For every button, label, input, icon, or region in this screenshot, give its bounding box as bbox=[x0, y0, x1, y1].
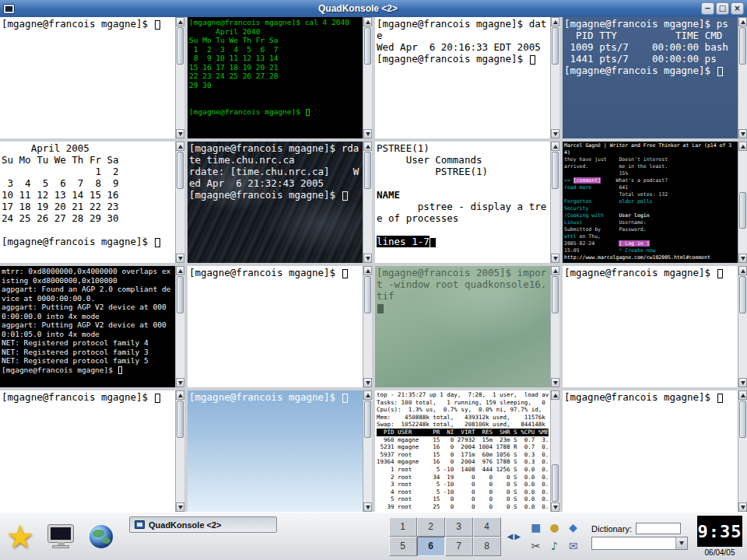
minimize-button[interactable]: − bbox=[701, 2, 714, 15]
scroll-thumb[interactable] bbox=[552, 464, 559, 502]
scroll-up-button[interactable] bbox=[551, 390, 559, 400]
pane-scrollbar[interactable] bbox=[363, 266, 372, 387]
scroll-thumb[interactable] bbox=[364, 276, 371, 313]
scroll-track[interactable] bbox=[176, 151, 184, 254]
terminal-5-screen[interactable]: April 2005Su Mo Tu We Th Fr Sa 1 2 3 4 5… bbox=[0, 142, 175, 263]
scroll-thumb[interactable] bbox=[364, 152, 371, 189]
scroll-down-button[interactable] bbox=[738, 129, 747, 138]
scroll-down-button[interactable] bbox=[176, 129, 184, 138]
scroll-down-button[interactable] bbox=[176, 254, 184, 263]
scroll-thumb[interactable] bbox=[177, 27, 184, 65]
scroll-thumb[interactable] bbox=[177, 276, 184, 313]
scroll-up-button[interactable] bbox=[176, 142, 184, 151]
terminal-9-screen[interactable]: mtrr: 0xd8000000,0x4000000 overlaps exis… bbox=[0, 266, 175, 387]
scroll-up-button[interactable] bbox=[551, 142, 559, 151]
scroll-track[interactable] bbox=[551, 400, 559, 502]
scroll-down-button[interactable] bbox=[363, 502, 372, 512]
scroll-down-button[interactable] bbox=[551, 129, 559, 138]
scroll-up-button[interactable] bbox=[738, 390, 747, 400]
scroll-down-button[interactable] bbox=[363, 129, 372, 138]
scroll-up-button[interactable] bbox=[363, 390, 372, 400]
scroll-track[interactable] bbox=[363, 275, 372, 378]
scroll-down-button[interactable] bbox=[551, 254, 559, 263]
scroll-up-button[interactable] bbox=[738, 142, 747, 151]
maximize-button[interactable]: □ bbox=[716, 2, 729, 15]
pager-desktop-2[interactable]: 2 bbox=[417, 517, 445, 537]
pager-desktop-3[interactable]: 3 bbox=[445, 517, 473, 537]
scroll-thumb[interactable] bbox=[364, 27, 371, 65]
scroll-track[interactable] bbox=[738, 275, 747, 378]
scroll-track[interactable] bbox=[551, 26, 559, 129]
terminal-8-screen[interactable]: Marcel Gagné | Writer and Free Thinker a… bbox=[563, 142, 738, 263]
scroll-thumb[interactable] bbox=[739, 192, 746, 229]
terminal-13-screen[interactable]: [mgagne@francois mgagne]$ bbox=[0, 390, 175, 512]
pane-scrollbar[interactable] bbox=[550, 142, 559, 263]
scroll-thumb[interactable] bbox=[739, 27, 746, 65]
pane-scrollbar[interactable] bbox=[363, 17, 372, 138]
pane-scrollbar[interactable] bbox=[550, 17, 559, 138]
pane-scrollbar[interactable] bbox=[550, 390, 559, 512]
scroll-thumb[interactable] bbox=[739, 276, 746, 313]
scroll-track[interactable] bbox=[176, 400, 184, 502]
kmenu-button[interactable]: ★ bbox=[3, 516, 37, 557]
terminal-16-screen[interactable]: [mgagne@francois mgagne]$ bbox=[563, 390, 738, 512]
scroll-track[interactable] bbox=[738, 26, 747, 129]
scroll-thumb[interactable] bbox=[364, 401, 371, 438]
terminal-14-screen[interactable]: [mgagne@francois mgagne]$ bbox=[188, 390, 363, 512]
scroll-down-button[interactable] bbox=[551, 378, 559, 387]
dictionary-dropdown[interactable] bbox=[591, 537, 688, 550]
pane-scrollbar[interactable] bbox=[738, 266, 747, 387]
scroll-thumb[interactable] bbox=[552, 152, 559, 189]
scroll-down-button[interactable] bbox=[363, 378, 372, 387]
scroll-track[interactable] bbox=[176, 275, 184, 378]
scroll-down-button[interactable] bbox=[176, 502, 184, 512]
pane-scrollbar[interactable] bbox=[175, 266, 184, 387]
scroll-down-button[interactable] bbox=[738, 254, 747, 263]
terminal-10-screen[interactable]: [mgagne@francois mgagne]$ bbox=[188, 266, 363, 387]
scroll-track[interactable] bbox=[738, 151, 747, 254]
tray-organizer-icon[interactable]: ● bbox=[545, 518, 563, 536]
terminal-6-screen[interactable]: [mgagne@francois mgagne]$ rdate time.chu… bbox=[188, 142, 363, 263]
pager-desktop-5[interactable]: 5 bbox=[389, 537, 417, 556]
scroll-thumb[interactable] bbox=[552, 276, 559, 313]
browser-launcher-button[interactable] bbox=[84, 516, 118, 557]
pager-desktop-7[interactable]: 7 bbox=[445, 537, 473, 556]
scroll-track[interactable] bbox=[551, 275, 559, 378]
terminal-4-screen[interactable]: [mgagne@francois mgagne]$ ps PID TTY TIM… bbox=[563, 17, 738, 138]
tray-klipper-icon[interactable]: ✂ bbox=[527, 537, 545, 555]
scroll-up-button[interactable] bbox=[176, 390, 184, 400]
pane-scrollbar[interactable] bbox=[175, 142, 184, 263]
arrow-right-icon[interactable]: ▶ bbox=[514, 532, 521, 541]
window-titlebar[interactable]: QuadKonsole <2> − □ × bbox=[0, 0, 747, 17]
clock-applet[interactable]: 9:35 06/04/05 bbox=[697, 516, 742, 557]
scroll-track[interactable] bbox=[176, 26, 184, 129]
scroll-down-button[interactable] bbox=[363, 254, 372, 263]
taskbar-window-button[interactable]: QuadKonsole <2> bbox=[129, 516, 277, 533]
scroll-up-button[interactable] bbox=[176, 17, 184, 26]
scroll-up-button[interactable] bbox=[363, 17, 372, 26]
tray-volume-icon[interactable]: ♪ bbox=[545, 537, 563, 555]
pane-scrollbar[interactable] bbox=[550, 266, 559, 387]
pane-scrollbar[interactable] bbox=[738, 390, 747, 512]
terminal-11-screen[interactable]: [mgagne@francois 2005]$ import -window r… bbox=[375, 266, 550, 387]
scroll-thumb[interactable] bbox=[177, 152, 184, 189]
tray-network-icon[interactable]: ◆ bbox=[564, 518, 582, 536]
close-button[interactable]: × bbox=[731, 2, 744, 15]
terminal-12-screen[interactable]: [mgagne@francois mgagne]$ bbox=[563, 266, 738, 387]
dictionary-input[interactable] bbox=[636, 523, 681, 534]
scroll-down-button[interactable] bbox=[176, 378, 184, 387]
pane-scrollbar[interactable] bbox=[175, 17, 184, 138]
pane-scrollbar[interactable] bbox=[738, 17, 747, 138]
scroll-track[interactable] bbox=[363, 151, 372, 254]
terminal-2-screen[interactable]: [mgagne@francois mgagne]$ cal 4 2040 Apr… bbox=[188, 17, 363, 138]
tray-monitor-icon[interactable]: ■ bbox=[527, 518, 545, 536]
scroll-thumb[interactable] bbox=[177, 401, 184, 438]
tray-mail-icon[interactable]: ✉ bbox=[564, 537, 582, 555]
pane-scrollbar[interactable] bbox=[738, 142, 747, 263]
pager-desktop-8[interactable]: 8 bbox=[473, 537, 501, 556]
scroll-up-button[interactable] bbox=[551, 266, 559, 275]
scroll-up-button[interactable] bbox=[738, 17, 747, 26]
pane-scrollbar[interactable] bbox=[363, 390, 372, 512]
pane-scrollbar[interactable] bbox=[175, 390, 184, 512]
pager-desktop-1[interactable]: 1 bbox=[389, 517, 417, 537]
